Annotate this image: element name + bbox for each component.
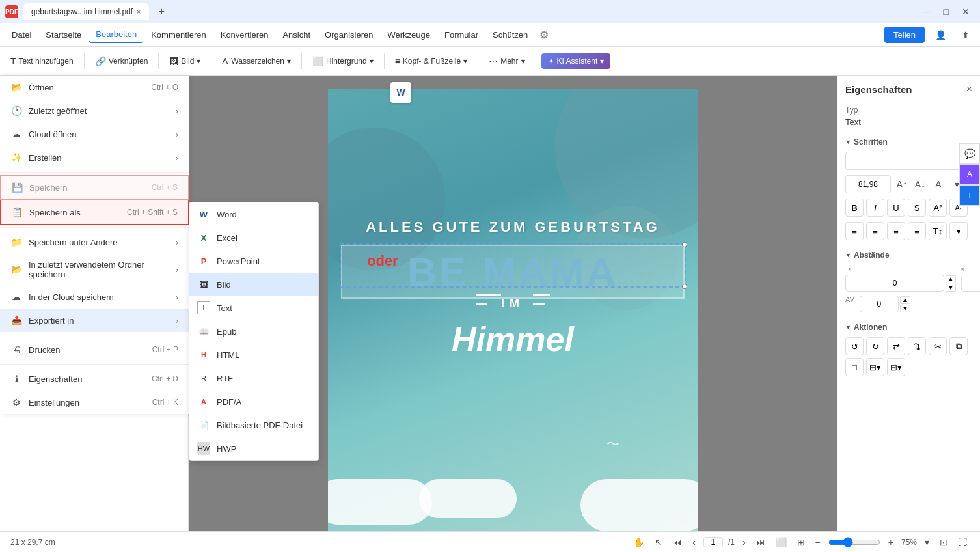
menu-item-save-cloud[interactable]: ☁ In der Cloud speichern › [0,285,189,309]
close-btn[interactable]: ✕ [957,4,975,20]
hand-tool-btn[interactable]: ✋ [631,536,647,549]
menu-item-recent[interactable]: 🕐 Zuletzt geöffnet › [0,99,189,122]
first-page-btn[interactable]: ⏮ [670,536,685,549]
ai-assistant-btn[interactable]: ✦ KI Assistent ▾ [541,53,611,69]
last-page-btn[interactable]: ⏭ [754,536,768,549]
menu-bearbeiten[interactable]: Bearbeiten [89,27,143,43]
upload-btn[interactable]: ⬆ [957,27,975,43]
settings-icon[interactable]: ⚙ [539,29,549,41]
export-epub[interactable]: 📖 Epub [189,320,318,343]
char-spacing-up-btn[interactable]: ▲ [900,296,910,304]
page-view-btn[interactable]: ⬜ [773,536,789,549]
export-word[interactable]: W Word [189,202,318,226]
minimize-btn[interactable]: ─ [919,4,936,20]
menu-datei[interactable]: Datei [5,27,38,42]
export-image[interactable]: 🖼 Bild [189,273,318,296]
menu-organisieren[interactable]: Organisieren [318,27,379,42]
tab[interactable]: geburtstagsw...im-himmel.pdf × [23,3,149,20]
flip-v-btn[interactable]: ⇅ [908,337,926,355]
right-spacing-input[interactable] [961,275,980,292]
char-spacing-input[interactable] [860,296,899,312]
panel-close-btn[interactable]: × [966,83,972,95]
menu-item-save[interactable]: 💾 Speichern Ctrl + S [0,175,189,200]
underline-btn[interactable]: U [887,199,905,217]
font-size-increase-btn[interactable]: A↑ [895,177,909,191]
menu-kommentieren[interactable]: Kommentieren [144,27,213,42]
add-text-btn[interactable]: T Text hinzufügen [5,53,79,70]
char-spacing-down-btn[interactable]: ▼ [900,305,910,312]
menu-item-save-other[interactable]: 📁 Speichern unter Andere › [0,230,189,254]
menu-konvertieren[interactable]: Konvertieren [214,27,275,42]
export-hwp[interactable]: HW HWP [189,437,318,460]
align-center-btn[interactable]: ≡ [866,222,884,240]
menu-formular[interactable]: Formular [438,27,485,42]
watermark-btn[interactable]: A̲ Wasserzeichen ▾ [217,53,296,70]
undo-btn[interactable]: ↺ [845,337,864,355]
bold-btn[interactable]: B [845,199,864,217]
zoom-in-btn[interactable]: + [886,536,896,549]
align-left-btn[interactable]: ≡ [845,222,864,240]
crop-btn[interactable]: ✂ [929,337,947,355]
menu-startseite[interactable]: Startseite [39,27,88,42]
fit-width-btn[interactable]: ⊡ [937,536,950,549]
export-powerpoint[interactable]: P PowerPoint [189,249,318,273]
align-justify-btn[interactable]: ≡ [908,222,926,240]
menu-item-save-recent-folder[interactable]: 📂 In zuletzt verwendetem Ordner speicher… [0,254,189,285]
image-btn[interactable]: 🖼 Bild ▾ [164,53,206,70]
maximize-btn[interactable]: □ [938,4,954,20]
left-spacing-down-btn[interactable]: ▼ [946,284,956,292]
left-spacing-input[interactable] [845,275,944,292]
strikethrough-btn[interactable]: S [908,199,926,217]
italic-btn[interactable]: I [866,199,884,217]
font-color-btn[interactable]: A [931,177,946,191]
background-btn[interactable]: ⬜ Hintergrund ▾ [307,53,379,70]
flip-h-btn[interactable]: ⇄ [887,337,905,355]
transform-btn[interactable]: ⧉ [949,337,968,355]
export-image-based-pdf[interactable]: 📄 Bildbasierte PDF-Datei [189,413,318,437]
menu-schuetzen[interactable]: Schützen [486,27,534,42]
left-spacing-up-btn[interactable]: ▲ [946,275,956,283]
menu-werkzeuge[interactable]: Werkzeuge [381,27,437,42]
prev-page-btn[interactable]: ‹ [690,536,698,549]
superscript-btn[interactable]: A² [929,199,947,217]
zoom-out-btn[interactable]: − [813,536,823,549]
translate-btn[interactable]: T [959,185,980,206]
menu-item-save-as[interactable]: 📋 Speichern als Ctrl + Shift + S [0,200,189,225]
fullscreen-btn[interactable]: ⛶ [955,536,970,549]
page-number-input[interactable] [703,537,723,547]
menu-item-properties[interactable]: ℹ Eigenschaften Ctrl + D [0,367,189,391]
menu-item-create[interactable]: ✨ Erstellen › [0,146,189,169]
menu-ansicht[interactable]: Ansicht [276,27,317,42]
ai-panel-btn[interactable]: A [959,164,980,185]
export-html[interactable]: H HTML [189,343,318,366]
menu-item-open[interactable]: 📂 Öffnen Ctrl + O [0,76,189,99]
header-footer-btn[interactable]: ≡ Kopf- & Fußzeile ▾ [390,53,473,70]
distribute-btn[interactable]: ⊟▾ [887,358,905,376]
chat-icon-btn[interactable]: 💬 [959,143,980,164]
export-excel[interactable]: X Excel [189,226,318,249]
export-text[interactable]: T Text [189,296,318,320]
grid-view-btn[interactable]: ⊞ [795,536,808,549]
font-size-input[interactable] [845,175,891,193]
text-direction-btn[interactable]: T↕ [929,222,947,240]
share-button[interactable]: Teilen [884,27,925,43]
more-btn[interactable]: ⋯ Mehr ▾ [483,53,530,70]
zoom-dropdown-btn[interactable]: ▾ [922,536,932,549]
export-rtf[interactable]: R RTF [189,366,318,390]
tab-close-btn[interactable]: × [137,8,141,16]
font-size-decrease-btn[interactable]: A↓ [913,177,927,191]
select-tool-btn[interactable]: ↖ [652,536,665,549]
add-tab-btn[interactable]: + [154,4,170,20]
user-profile-btn[interactable]: 👤 [930,27,951,43]
zoom-slider[interactable] [828,537,880,547]
menu-item-settings[interactable]: ⚙ Einstellungen Ctrl + K [0,391,189,414]
align-right-btn[interactable]: ≡ [887,222,905,240]
export-pdfa[interactable]: A PDF/A [189,390,318,413]
text-dir-arrow-btn[interactable]: ▾ [949,222,968,240]
menu-item-cloud-open[interactable]: ☁ Cloud öffnen › [0,122,189,146]
menu-item-print[interactable]: 🖨 Drucken Ctrl + P [0,338,189,361]
border-btn[interactable]: □ [845,358,864,376]
next-page-btn[interactable]: › [740,536,748,549]
link-btn[interactable]: 🔗 Verknüpfen [90,53,154,70]
font-family-select[interactable] [845,152,972,170]
